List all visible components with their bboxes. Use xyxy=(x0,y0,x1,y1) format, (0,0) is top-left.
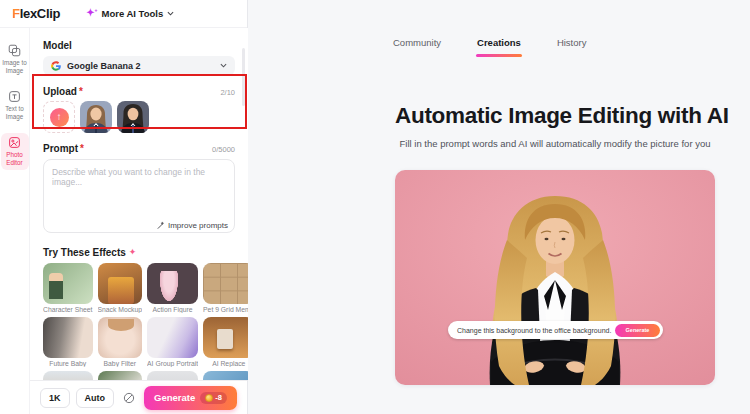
text-to-image-icon xyxy=(8,90,21,103)
improve-prompts-button[interactable]: Improve prompts xyxy=(156,221,228,230)
sidebar-item-label: Image to Image xyxy=(1,59,29,74)
coin-icon xyxy=(205,394,213,402)
model-select[interactable]: Google Banana 2 xyxy=(43,56,235,75)
photo-editor-icon xyxy=(8,136,21,149)
required-mark: * xyxy=(80,143,84,154)
app-header: FlexClip ✦+ More AI Tools xyxy=(0,0,247,28)
demo-generate-button[interactable]: Generate xyxy=(615,324,660,337)
demo-caption-pill: Change this background to the office bac… xyxy=(448,321,663,339)
effects-grid: Character Sheet Snack Mockup Action Figu… xyxy=(43,263,235,380)
effect-thumbnail xyxy=(43,263,93,304)
watermark-toggle-button[interactable] xyxy=(120,388,138,408)
left-panel: FlexClip ✦+ More AI Tools Image to Image… xyxy=(0,0,248,414)
upload-section-header: Upload* 2/10 xyxy=(43,86,235,97)
effect-character-sheet[interactable]: Character Sheet xyxy=(43,263,93,313)
effect-ai-group-portrait[interactable]: AI Group Portrait xyxy=(147,317,198,367)
aspect-ratio-button[interactable]: Auto xyxy=(76,388,115,408)
sidebar-item-label: Photo Editor xyxy=(1,151,29,166)
hero-text: Automatic Image Editing with AI Fill in … xyxy=(395,0,715,149)
logo-text: lexClip xyxy=(20,6,61,21)
uploaded-image-thumbnail[interactable] xyxy=(80,101,112,133)
flexclip-logo[interactable]: FlexClip xyxy=(12,6,60,21)
upload-button[interactable]: ↑ xyxy=(43,101,75,133)
prompt-box: Improve prompts xyxy=(43,159,235,237)
effect-thumbnail xyxy=(203,317,248,358)
improve-prompts-icon xyxy=(156,221,165,230)
effect-baby-filter[interactable]: Baby Filter xyxy=(98,317,143,367)
generate-label: Generate xyxy=(154,392,195,403)
page-subtitle: Fill in the prompt words and AI will aut… xyxy=(395,138,715,149)
effects-section-header: Try These Effects ✦ xyxy=(43,247,235,258)
sparkle-icon: ✦ xyxy=(129,248,137,257)
effect-ai-replace[interactable]: AI Replace xyxy=(203,317,248,367)
effect-partial[interactable] xyxy=(203,371,248,380)
more-ai-tools-menu[interactable]: ✦+ More AI Tools xyxy=(86,8,174,19)
effect-thumbnail xyxy=(203,263,248,304)
upload-label: Upload* xyxy=(43,86,83,97)
model-selected-value: Google Banana 2 xyxy=(67,61,141,71)
generate-toolbar: 1K Auto Generate -8 xyxy=(30,380,247,414)
effect-partial[interactable] xyxy=(147,371,198,380)
upload-row: ↑ xyxy=(43,101,235,133)
sparkle-icon: ✦+ xyxy=(86,8,97,18)
prompt-section-header: Prompt* 0/5000 xyxy=(43,143,235,154)
effect-snack-mockup[interactable]: Snack Mockup xyxy=(98,263,143,313)
editor-controls: Model Google Banana 2 Upload* 2/10 ↑ xyxy=(30,28,248,380)
effect-pet-9-grid-meme[interactable]: Pet 9 Grid Meme xyxy=(203,263,248,313)
effect-thumbnail xyxy=(147,317,198,358)
effect-partial[interactable] xyxy=(43,371,93,380)
effect-partial[interactable] xyxy=(98,371,143,380)
effect-thumbnail xyxy=(98,371,143,380)
watermark-off-icon xyxy=(123,392,135,404)
prompt-char-count: 0/5000 xyxy=(212,145,235,154)
model-section-label: Model xyxy=(43,40,235,51)
demo-portrait-image xyxy=(395,170,715,385)
sidebar-item-image-to-image[interactable]: Image to Image xyxy=(1,41,29,78)
page-title: Automatic Image Editing with AI xyxy=(395,103,715,129)
demo-caption-text: Change this background to the office bac… xyxy=(457,327,611,334)
uploaded-image-thumbnail[interactable] xyxy=(117,101,149,133)
upload-icon: ↑ xyxy=(50,108,69,127)
required-mark: * xyxy=(79,86,83,97)
demo-image-card: Change this background to the office bac… xyxy=(395,170,715,385)
google-logo-icon xyxy=(51,61,61,71)
sidebar-item-label: Text to Image xyxy=(1,105,29,120)
sidebar-item-text-to-image[interactable]: Text to Image xyxy=(1,87,29,124)
sidebar-item-photo-editor[interactable]: Photo Editor xyxy=(1,133,29,170)
generate-button[interactable]: Generate -8 xyxy=(144,386,237,410)
panel-scrollbar[interactable] xyxy=(242,48,245,106)
logo-letter-f: F xyxy=(12,6,20,21)
effect-thumbnail xyxy=(43,317,93,358)
credit-cost-value: -8 xyxy=(215,393,222,402)
app-window: FlexClip ✦+ More AI Tools Image to Image… xyxy=(0,0,750,414)
effect-thumbnail xyxy=(43,371,93,380)
effect-thumbnail xyxy=(147,263,198,304)
prompt-label: Prompt* xyxy=(43,143,84,154)
effect-future-baby[interactable]: Future Baby xyxy=(43,317,93,367)
credit-cost-chip: -8 xyxy=(200,392,227,404)
upload-count: 2/10 xyxy=(220,88,235,97)
resolution-button[interactable]: 1K xyxy=(40,388,70,408)
effect-thumbnail xyxy=(203,371,248,380)
improve-prompts-label: Improve prompts xyxy=(168,221,228,230)
image-to-image-icon xyxy=(8,44,21,57)
effect-thumbnail xyxy=(147,371,198,380)
effect-thumbnail xyxy=(98,317,143,358)
effect-thumbnail xyxy=(98,263,143,304)
chevron-down-icon xyxy=(220,63,227,68)
tools-nav-rail: Image to Image Text to Image Photo Edito… xyxy=(0,28,30,414)
main-content: Community Creations History Automatic Im… xyxy=(248,0,750,414)
more-ai-tools-label: More AI Tools xyxy=(102,8,164,19)
effect-action-figure[interactable]: Action Figure xyxy=(147,263,198,313)
effects-title-label: Try These Effects xyxy=(43,247,126,258)
chevron-down-icon xyxy=(167,11,174,16)
